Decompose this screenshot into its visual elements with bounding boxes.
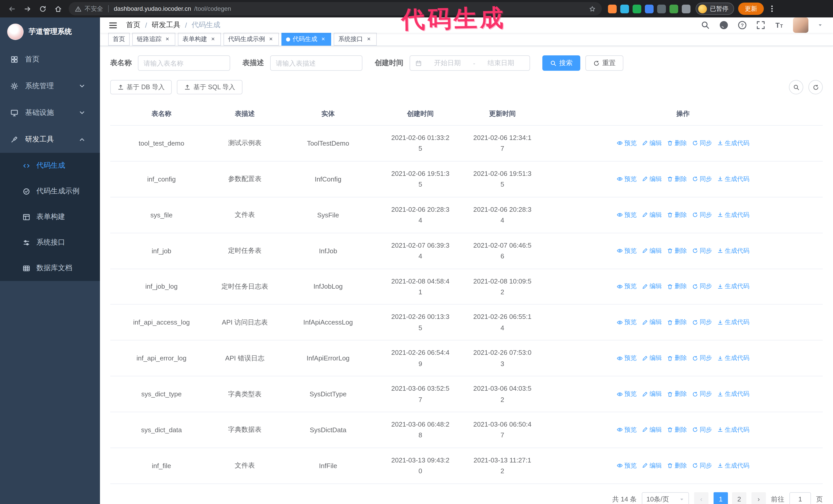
- breadcrumb-home[interactable]: 首页: [126, 21, 140, 30]
- sync-link[interactable]: 同步: [692, 461, 712, 470]
- browser-menu-icon[interactable]: [768, 5, 776, 13]
- sync-link[interactable]: 同步: [692, 354, 712, 362]
- search-button[interactable]: 搜索: [542, 55, 580, 71]
- bookmark-star-icon[interactable]: [589, 5, 596, 12]
- delete-link[interactable]: 删除: [667, 282, 687, 291]
- edit-link[interactable]: 编辑: [642, 246, 662, 255]
- edit-link[interactable]: 编辑: [642, 461, 662, 470]
- preview-link[interactable]: 预览: [617, 461, 637, 470]
- browser-update-button[interactable]: 更新: [738, 3, 764, 15]
- tab-tracing[interactable]: 链路追踪×: [132, 33, 175, 46]
- page-1-button[interactable]: 1: [714, 492, 728, 504]
- tab-home[interactable]: 首页: [108, 33, 130, 46]
- prev-page-button[interactable]: ‹: [694, 492, 709, 504]
- edit-link[interactable]: 编辑: [642, 390, 662, 399]
- generate-code-link[interactable]: 生成代码: [717, 461, 749, 470]
- table-desc-input[interactable]: [270, 55, 362, 71]
- goto-page-input[interactable]: [789, 492, 811, 504]
- sidebar-item-system-management[interactable]: 系统管理: [0, 73, 100, 99]
- reset-button[interactable]: 重置: [586, 55, 623, 71]
- delete-link[interactable]: 删除: [667, 318, 687, 327]
- generate-code-link[interactable]: 生成代码: [717, 354, 749, 362]
- date-range-picker[interactable]: 开始日期 - 结束日期: [410, 55, 530, 71]
- home-icon[interactable]: [51, 2, 65, 16]
- tab-form-builder[interactable]: 表单构建×: [178, 33, 221, 46]
- generate-code-link[interactable]: 生成代码: [717, 282, 749, 291]
- preview-link[interactable]: 预览: [617, 426, 637, 434]
- logo[interactable]: 芋道管理系统: [0, 18, 100, 46]
- sidebar-item-infrastructure[interactable]: 基础设施: [0, 99, 100, 126]
- close-icon[interactable]: ×: [320, 36, 327, 43]
- extension-icon[interactable]: [669, 4, 678, 13]
- import-db-button[interactable]: 基于 DB 导入: [110, 80, 172, 94]
- sidebar-subitem-db-doc[interactable]: 数据库文档: [0, 255, 100, 281]
- table-name-input[interactable]: [138, 55, 230, 71]
- font-size-icon[interactable]: TT: [775, 21, 784, 30]
- delete-link[interactable]: 删除: [667, 461, 687, 470]
- sync-link[interactable]: 同步: [692, 139, 712, 148]
- delete-link[interactable]: 删除: [667, 390, 687, 399]
- edit-link[interactable]: 编辑: [642, 282, 662, 291]
- delete-link[interactable]: 删除: [667, 246, 687, 255]
- address-bar[interactable]: 不安全 dashboard.yudao.iocoder.cn/tool/code…: [69, 2, 602, 16]
- preview-link[interactable]: 预览: [617, 390, 637, 399]
- delete-link[interactable]: 删除: [667, 354, 687, 362]
- sync-link[interactable]: 同步: [692, 211, 712, 219]
- generate-code-link[interactable]: 生成代码: [717, 426, 749, 434]
- caret-down-icon[interactable]: [818, 23, 823, 28]
- refresh-button[interactable]: [808, 80, 823, 94]
- reload-icon[interactable]: [36, 2, 49, 16]
- edit-link[interactable]: 编辑: [642, 139, 662, 148]
- sidebar-subitem-codegen[interactable]: 代码生成: [0, 153, 100, 178]
- generate-code-link[interactable]: 生成代码: [717, 390, 749, 399]
- sidebar-subitem-system-api[interactable]: 系统接口: [0, 230, 100, 255]
- close-icon[interactable]: ×: [268, 36, 274, 43]
- hamburger-icon[interactable]: [108, 20, 118, 30]
- tab-codegen-example[interactable]: 代码生成示例×: [223, 33, 279, 46]
- generate-code-link[interactable]: 生成代码: [717, 139, 749, 148]
- sync-link[interactable]: 同步: [692, 390, 712, 399]
- delete-link[interactable]: 删除: [667, 211, 687, 219]
- preview-link[interactable]: 预览: [617, 354, 637, 362]
- edit-link[interactable]: 编辑: [642, 354, 662, 362]
- back-icon[interactable]: [5, 2, 19, 16]
- generate-code-link[interactable]: 生成代码: [717, 211, 749, 219]
- sync-link[interactable]: 同步: [692, 246, 712, 255]
- close-icon[interactable]: ×: [210, 36, 216, 43]
- sidebar-item-dev-tools[interactable]: 研发工具: [0, 126, 100, 153]
- preview-link[interactable]: 预览: [617, 282, 637, 291]
- close-icon[interactable]: ×: [365, 36, 372, 43]
- page-size-select[interactable]: 10条/页: [642, 492, 689, 504]
- tab-codegen[interactable]: 代码生成×: [281, 33, 331, 46]
- sidebar-item-home[interactable]: 首页: [0, 46, 100, 73]
- extension-icon[interactable]: [645, 4, 653, 13]
- edit-link[interactable]: 编辑: [642, 175, 662, 184]
- edit-link[interactable]: 编辑: [642, 318, 662, 327]
- page-2-button[interactable]: 2: [732, 492, 746, 504]
- import-sql-button[interactable]: 基于 SQL 导入: [177, 80, 242, 94]
- extension-icon[interactable]: [633, 4, 641, 13]
- extension-icon[interactable]: [657, 4, 666, 13]
- extension-icon[interactable]: [608, 4, 617, 13]
- edit-link[interactable]: 编辑: [642, 426, 662, 434]
- generate-code-link[interactable]: 生成代码: [717, 318, 749, 327]
- sidebar-subitem-codegen-example[interactable]: 代码生成示例: [0, 178, 100, 204]
- tab-system-api[interactable]: 系统接口×: [334, 33, 377, 46]
- preview-link[interactable]: 预览: [617, 318, 637, 327]
- help-icon[interactable]: ?: [738, 21, 747, 30]
- preview-link[interactable]: 预览: [617, 139, 637, 148]
- forward-icon[interactable]: [21, 2, 34, 16]
- github-icon[interactable]: [719, 21, 729, 30]
- extension-icon[interactable]: [620, 4, 629, 13]
- preview-link[interactable]: 预览: [617, 211, 637, 219]
- generate-code-link[interactable]: 生成代码: [717, 246, 749, 255]
- sync-link[interactable]: 同步: [692, 282, 712, 291]
- delete-link[interactable]: 删除: [667, 139, 687, 148]
- sync-link[interactable]: 同步: [692, 175, 712, 184]
- preview-link[interactable]: 预览: [617, 246, 637, 255]
- sync-link[interactable]: 同步: [692, 426, 712, 434]
- profile-paused-badge[interactable]: 已暂停: [696, 3, 734, 15]
- delete-link[interactable]: 删除: [667, 426, 687, 434]
- user-avatar[interactable]: [793, 18, 808, 33]
- delete-link[interactable]: 删除: [667, 175, 687, 184]
